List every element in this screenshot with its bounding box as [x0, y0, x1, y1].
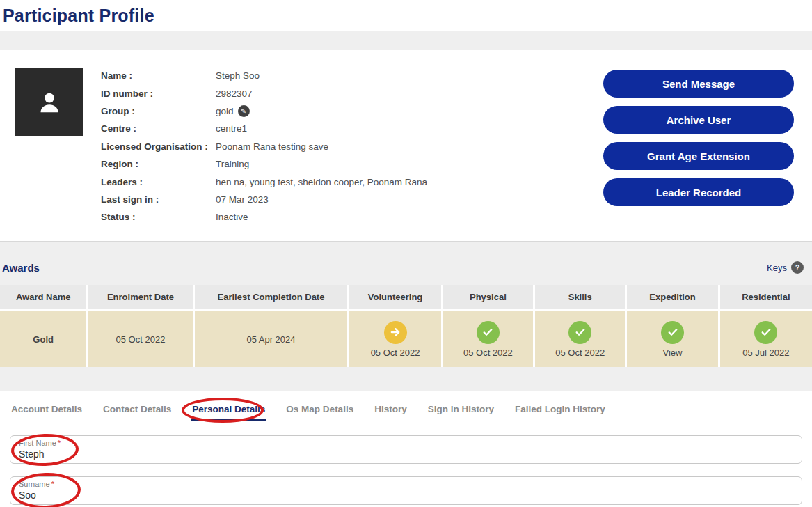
keys-label: Keys — [767, 263, 787, 273]
field-last-sign-in: Last sign in : 07 Mar 2023 — [101, 191, 574, 208]
field-value: centre1 — [216, 123, 247, 134]
send-message-button[interactable]: Send Message — [603, 70, 794, 98]
column-header: Earliest Completion Date — [195, 285, 348, 309]
awards-header: Awards Keys ? — [0, 242, 812, 274]
skills-date: 05 Oct 2022 — [555, 348, 605, 358]
tab-sign-in-history[interactable]: Sign in History — [427, 401, 495, 421]
field-status: Status : Inactive — [101, 208, 574, 226]
awards-section: Awards Keys ? Award Name Enrolment Date … — [0, 241, 812, 391]
detail-tabs: Account Details Contact Details Personal… — [10, 401, 802, 421]
physical-status-cell: 05 Oct 2022 — [443, 311, 533, 367]
awards-title: Awards — [2, 262, 40, 274]
residential-status-cell: 05 Jul 2022 — [720, 311, 812, 367]
profile-actions: Send Message Archive User Grant Age Exte… — [603, 70, 794, 206]
page-title: Participant Profile — [3, 6, 812, 26]
field-value: hen na, young test, sheldon cooper, Poon… — [216, 177, 427, 187]
field-value: Training — [216, 159, 249, 169]
tab-os-map-details[interactable]: Os Map Details — [285, 401, 355, 421]
divider-band — [0, 31, 812, 50]
check-icon — [477, 321, 500, 344]
volunteering-status-cell: 05 Oct 2022 — [349, 311, 440, 367]
check-icon — [754, 321, 777, 344]
field-value: Steph Soo — [216, 70, 260, 81]
first-name-label: First Name — [19, 439, 56, 447]
awards-table-row: Gold 05 Oct 2022 05 Apr 2024 05 Oct 2022… — [0, 311, 812, 367]
column-header: Enrolment Date — [88, 285, 192, 309]
volunteering-date: 05 Oct 2022 — [371, 348, 420, 358]
enrolment-date-cell: 05 Oct 2022 — [88, 311, 192, 367]
field-label: Name : — [101, 70, 216, 81]
check-icon — [661, 321, 684, 344]
column-header: Award Name — [0, 285, 86, 309]
profile-card: Name : Steph Soo ID number : 2982307 Gro… — [0, 50, 812, 241]
avatar — [15, 68, 83, 136]
tab-history[interactable]: History — [373, 401, 408, 421]
tab-account-details[interactable]: Account Details — [10, 401, 83, 421]
field-label: ID number : — [101, 88, 216, 99]
field-value: 2982307 — [216, 88, 253, 99]
status-value: Inactive — [216, 212, 248, 222]
check-icon — [568, 321, 591, 344]
column-header: Expedition — [627, 285, 717, 309]
field-value: Poonam Rana testing save — [216, 141, 328, 152]
column-header: Residential — [720, 285, 812, 309]
field-group: Group : gold✎ — [101, 102, 574, 120]
awards-table: Award Name Enrolment Date Earliest Compl… — [0, 285, 812, 367]
archive-user-button[interactable]: Archive User — [603, 106, 794, 134]
expedition-view-link[interactable]: View — [663, 348, 683, 358]
leader-recorded-button[interactable]: Leader Recorded — [603, 178, 794, 206]
field-value: gold — [216, 106, 234, 116]
field-label: Region : — [101, 159, 216, 169]
required-asterisk: * — [58, 439, 61, 447]
column-header: Physical — [443, 285, 533, 309]
surname-input[interactable] — [19, 489, 297, 501]
field-label: Group : — [101, 106, 216, 116]
grant-age-extension-button[interactable]: Grant Age Extension — [603, 142, 794, 170]
tab-contact-details[interactable]: Contact Details — [102, 401, 173, 421]
field-label: Last sign in : — [101, 194, 216, 205]
page-header: Participant Profile — [0, 0, 812, 31]
skills-status-cell: 05 Oct 2022 — [535, 311, 625, 367]
physical-date: 05 Oct 2022 — [463, 348, 513, 358]
field-region: Region : Training — [101, 155, 574, 173]
profile-fields: Name : Steph Soo ID number : 2982307 Gro… — [101, 67, 574, 226]
person-icon — [35, 88, 63, 116]
detail-section: Account Details Contact Details Personal… — [0, 391, 812, 505]
field-id-number: ID number : 2982307 — [101, 84, 574, 102]
keys-help-icon[interactable]: ? — [791, 261, 804, 274]
required-asterisk: * — [51, 480, 54, 488]
edit-group-pencil-icon[interactable]: ✎ — [238, 105, 250, 117]
awards-table-header-row: Award Name Enrolment Date Earliest Compl… — [0, 285, 812, 309]
first-name-input[interactable] — [19, 448, 297, 460]
earliest-completion-date-cell: 05 Apr 2024 — [195, 311, 348, 367]
expedition-status-cell: View — [627, 311, 717, 367]
column-header: Skills — [535, 285, 625, 309]
field-centre: Centre : centre1 — [101, 120, 574, 137]
field-value: 07 Mar 2023 — [216, 194, 269, 205]
field-label: Licensed Organisation : — [101, 141, 216, 152]
tab-personal-details[interactable]: Personal Details — [191, 401, 266, 421]
field-label: Status : — [101, 212, 216, 222]
surname-label: Surname — [19, 480, 50, 488]
arrow-right-icon — [384, 321, 407, 344]
surname-field-box: Surname* — [10, 476, 802, 505]
award-name-cell: Gold — [0, 311, 86, 367]
field-licensed-organisation: Licensed Organisation : Poonam Rana test… — [101, 138, 574, 155]
field-leaders: Leaders : hen na, young test, sheldon co… — [101, 173, 574, 190]
field-label: Centre : — [101, 123, 216, 134]
residential-date: 05 Jul 2022 — [742, 348, 789, 358]
field-name: Name : Steph Soo — [101, 67, 574, 84]
first-name-field-box: First Name* — [10, 435, 802, 464]
tab-failed-login-history[interactable]: Failed Login History — [514, 401, 607, 421]
field-label: Leaders : — [101, 177, 216, 187]
column-header: Volunteering — [349, 285, 440, 309]
